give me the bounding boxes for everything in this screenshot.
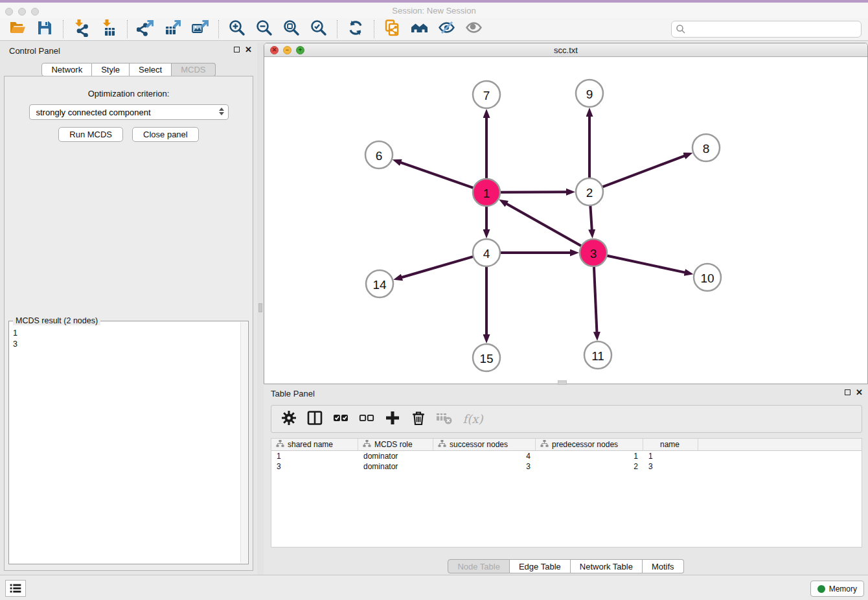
cell-name[interactable]: 3	[643, 462, 698, 471]
node-label-1: 1	[483, 187, 490, 200]
table-row[interactable]: 1dominator411	[271, 451, 862, 461]
tab-edge-table[interactable]: Edge Table	[510, 559, 571, 573]
table-panel-title: Table Panel	[271, 389, 315, 398]
float-table-panel-icon[interactable]	[845, 389, 851, 395]
column-header-name[interactable]: name	[643, 439, 698, 450]
tab-style[interactable]: Style	[92, 63, 130, 76]
column-header-shared-name[interactable]: shared name	[271, 439, 358, 450]
float-panel-icon[interactable]	[234, 47, 240, 52]
tab-select[interactable]: Select	[130, 63, 172, 76]
edge-2-8[interactable]	[602, 156, 685, 187]
graph-node-4[interactable]: 4	[473, 239, 500, 266]
edge-3-11[interactable]	[594, 266, 597, 332]
delete-column-button[interactable]	[410, 411, 427, 428]
edge-2-3[interactable]	[590, 205, 591, 230]
cell-predecessor-nodes[interactable]: 1	[536, 452, 643, 461]
column-type-icon	[438, 439, 446, 450]
network-view-window: ✕ − + scc.txt 7968124314101511	[264, 43, 868, 384]
network-canvas[interactable]: 7968124314101511	[264, 57, 867, 384]
tab-network-table[interactable]: Network Table	[571, 559, 643, 573]
graph-node-11[interactable]: 11	[584, 341, 611, 369]
import-network-icon	[73, 19, 91, 40]
graph-node-8[interactable]: 8	[692, 134, 720, 161]
network-window-titlebar[interactable]: ✕ − + scc.txt	[264, 43, 867, 57]
cell-MCDS-role[interactable]: dominator	[358, 462, 433, 471]
node-label-10: 10	[700, 271, 714, 285]
import-network-button[interactable]	[68, 19, 95, 40]
dropdown-stepper-icon	[219, 108, 224, 115]
graph-node-3[interactable]: 3	[580, 239, 607, 266]
mcds-result-text[interactable]: 1 3	[10, 327, 239, 562]
cell-shared-name[interactable]: 1	[271, 452, 358, 461]
horizontal-splitter-handle[interactable]	[558, 380, 567, 385]
graph-node-9[interactable]: 9	[576, 80, 603, 107]
graph-node-2[interactable]: 2	[576, 178, 603, 205]
close-table-panel-icon[interactable]: ✕	[856, 389, 863, 396]
export-image-button[interactable]	[187, 19, 214, 40]
select-all-button[interactable]	[332, 411, 349, 428]
cell-shared-name[interactable]: 3	[271, 462, 358, 471]
edge-1-2[interactable]	[500, 192, 567, 192]
cell-name[interactable]: 1	[643, 452, 698, 461]
close-panel-button[interactable]: Close panel	[132, 127, 199, 142]
cell-MCDS-role[interactable]: dominator	[358, 452, 433, 461]
node-label-2: 2	[586, 186, 593, 200]
graph-node-1[interactable]: 1	[473, 179, 500, 206]
tab-motifs[interactable]: Motifs	[643, 559, 684, 573]
cell-successor-nodes[interactable]: 4	[433, 452, 536, 461]
table-panel: Table Panel ✕ f(x) shared nameMCDS roles…	[264, 386, 868, 575]
function-builder-icon: f(x)	[463, 412, 483, 426]
deselect-all-button[interactable]	[358, 411, 375, 428]
splitter-handle[interactable]	[258, 303, 262, 312]
criterion-dropdown[interactable]: strongly connected component	[29, 104, 229, 120]
column-header-predecessor-nodes[interactable]: predecessor nodes	[536, 439, 643, 450]
add-column-button[interactable]	[384, 411, 401, 428]
graph-node-10[interactable]: 10	[694, 264, 721, 291]
memory-button[interactable]: Memory	[810, 581, 864, 597]
split-view-icon	[306, 410, 323, 429]
home-view-icon	[411, 19, 429, 40]
network-graph: 7968124314101511	[264, 57, 867, 384]
tab-network[interactable]: Network	[41, 63, 92, 76]
edge-4-14[interactable]	[402, 257, 474, 277]
column-header-MCDS-role[interactable]: MCDS role	[358, 439, 433, 450]
zoom-out-button[interactable]	[251, 19, 278, 40]
run-mcds-button[interactable]: Run MCDS	[58, 127, 123, 142]
zoom-fit-button[interactable]	[278, 19, 305, 40]
save-session-button[interactable]	[31, 19, 58, 40]
split-view-button[interactable]	[306, 411, 323, 428]
export-network-button[interactable]	[132, 19, 159, 40]
tab-node-table[interactable]: Node Table	[448, 559, 510, 573]
hide-selected-button[interactable]	[433, 19, 461, 40]
cell-predecessor-nodes[interactable]: 2	[536, 462, 643, 471]
clone-network-button[interactable]	[379, 19, 406, 40]
refresh-view-button[interactable]	[342, 19, 369, 40]
task-history-button[interactable]	[5, 580, 26, 597]
node-label-3: 3	[590, 247, 597, 260]
open-session-button[interactable]	[4, 19, 31, 40]
search-input[interactable]	[671, 21, 862, 38]
vertical-splitter[interactable]	[257, 43, 264, 575]
import-table-button[interactable]	[95, 19, 122, 40]
edge-3-10[interactable]	[607, 255, 685, 272]
zoom-in-button[interactable]	[223, 19, 251, 40]
table-panel-tabs: Node TableEdge TableNetwork TableMotifs	[264, 559, 868, 573]
show-all-button[interactable]	[461, 19, 488, 40]
close-panel-icon[interactable]: ✕	[245, 46, 252, 53]
home-view-button[interactable]	[406, 19, 433, 40]
tab-mcds[interactable]: MCDS	[172, 63, 215, 76]
edge-3-1[interactable]	[506, 203, 581, 246]
result-scrollbar[interactable]	[240, 322, 247, 563]
graph-node-15[interactable]: 15	[473, 344, 500, 371]
table-row[interactable]: 3dominator323	[271, 461, 862, 472]
cell-successor-nodes[interactable]: 3	[433, 462, 536, 471]
graph-node-6[interactable]: 6	[365, 141, 393, 168]
graph-node-7[interactable]: 7	[473, 81, 500, 108]
zoom-selected-button[interactable]	[305, 19, 332, 40]
graph-node-14[interactable]: 14	[366, 270, 393, 297]
edge-1-6[interactable]	[400, 163, 474, 189]
hide-selected-icon	[438, 19, 456, 40]
export-table-button[interactable]	[159, 19, 187, 40]
table-options-gear-button[interactable]	[280, 411, 297, 428]
column-header-successor-nodes[interactable]: successor nodes	[433, 439, 536, 450]
